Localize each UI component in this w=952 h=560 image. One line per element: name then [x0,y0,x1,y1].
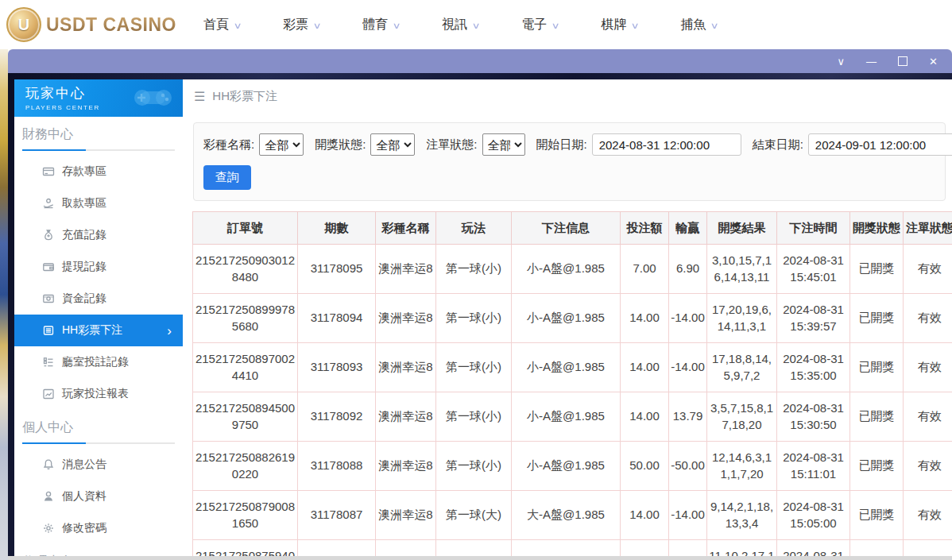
table-cell: 31178095 [298,245,376,294]
sidebar-item-player-bet-report[interactable]: 玩家投注報表 [14,378,183,410]
table-cell: 小-A盤@1.985 [512,245,621,294]
close-button[interactable]: ✕ [929,56,938,67]
nav-item-slots[interactable]: 電子∨ [521,17,559,33]
nav-item-fishing[interactable]: 捕魚∨ [680,17,718,33]
table-cell: 2152172508826190220 [193,442,298,491]
table-cell: 第一球(小) [436,245,512,294]
nav-item-label: 首頁 [203,17,229,33]
minimize-button[interactable]: — [866,56,877,67]
table-cell: 澳洲幸运8 [376,343,436,392]
page-title: HH彩票下注 [212,89,277,104]
filter-panel: 彩種名稱: 全部 開獎狀態: 全部 注單狀態: 全部 開始日期: 結束日期: [193,122,946,201]
end-date-input[interactable] [808,133,952,156]
table-cell: 2152172508999785680 [193,294,298,343]
end-date-label: 結束日期: [753,137,803,153]
page-header: ☰ HH彩票下注 [183,79,952,113]
sidebar-item-withdraw-record[interactable]: 提現記錄 [14,251,183,283]
chevron-down-icon[interactable]: ∨ [838,56,846,67]
table-cell: 13.79 [669,392,707,442]
table-cell: 2152172508945009750 [193,392,298,442]
table-cell: 31178094 [298,294,376,343]
draw-status-select[interactable]: 全部 [370,133,415,156]
search-button[interactable]: 查詢 [203,165,251,190]
sidebar-item-hh-lottery-bet[interactable]: HH彩票下注› [14,315,183,346]
sidebar-item-profile[interactable]: 個人資料 [14,481,183,512]
table-cell: 14.00 [621,491,669,540]
main-nav: 首頁∨彩票∨體育∨視訊∨電子∨棋牌∨捕魚∨ [203,17,718,33]
table-cell: 14.00 [621,343,669,392]
table-cell: 31178092 [298,392,376,442]
wallet-coin-icon [41,292,56,306]
sidebar-item-hall-bet-record[interactable]: 廳室投註記錄 [14,346,183,378]
table-cell: 小-A盤@1.985 [512,343,621,392]
nav-item-sports[interactable]: 體育∨ [362,17,400,33]
table-cell: 2152172509030128480 [193,245,298,294]
chevron-down-icon: ∨ [312,21,321,31]
column-header: 投注額 [621,212,669,245]
horizontal-scrollbar[interactable] [8,556,952,560]
sidebar-section-label: 個人中心 [22,419,183,436]
sidebar-item-recharge-record[interactable]: 充值記錄 [14,219,183,251]
gamepad-icon [130,83,176,115]
sidebar-item-label: 提現記錄 [62,260,106,274]
sidebar-item-deposit-zone[interactable]: 存款專區 [14,156,183,187]
menu-toggle-icon[interactable]: ☰ [194,89,205,104]
order-status-select[interactable]: 全部 [482,133,525,156]
table-cell: -14.00 [669,294,707,343]
table-cell: 14.00 [621,392,669,442]
lottery-name-label: 彩種名稱: [203,137,254,153]
sidebar-item-label: 玩家投注報表 [62,387,129,401]
sidebar-item-label: 廳室投註記錄 [62,355,129,369]
site-logo[interactable]: U USDT CASINO [6,7,188,42]
column-header: 下注信息 [512,212,621,245]
sidebar-section-finance: 財務中心存款專區取款專區充值記錄提現記錄資金記錄HH彩票下注›廳室投註記錄玩家投… [14,126,183,410]
sidebar-item-funds-record[interactable]: 資金記錄 [14,283,183,315]
lottery-name-select[interactable]: 全部 [259,133,304,156]
table-cell: 9,14,2,1,18,13,3,4 [707,491,777,540]
sidebar-item-label: 充值記錄 [62,228,106,242]
window-titlebar: ∨—✕ [8,49,952,73]
nav-item-home[interactable]: 首頁∨ [203,17,241,33]
sidebar-item-change-password[interactable]: 修改密碼 [14,512,183,544]
table-cell: 第一球(大) [436,491,512,540]
table-cell: -50.00 [669,442,707,491]
table-cell: 31178087 [298,491,376,540]
chevron-right-icon: › [167,324,172,338]
table-cell: 有效 [904,245,952,294]
table-cell: 已開獎 [850,491,904,540]
table-cell: 2024-08-31 15:30:50 [777,392,850,442]
table-cell: 第一球(小) [436,392,512,442]
sidebar-item-label: 修改密碼 [62,521,106,535]
table-cell: 31178088 [298,442,376,491]
table-cell: 已開獎 [850,442,904,491]
chevron-down-icon: ∨ [233,21,242,31]
sidebar-item-withdraw-zone[interactable]: 取款專區 [14,187,183,219]
table-cell: 有效 [904,343,952,392]
table-cell: 有效 [904,392,952,442]
sidebar-item-announcements[interactable]: 消息公告 [14,449,183,481]
table-row: 215217250903012848031178095澳洲幸运8第一球(小)小-… [193,245,952,294]
table-cell: 6.90 [669,245,707,294]
column-header: 玩法 [436,212,512,245]
chevron-down-icon: ∨ [631,21,640,31]
table-cell: 第一球(小) [436,294,512,343]
table-cell: 2024-08-31 15:45:01 [777,245,850,294]
table-cell: 2024-08-31 15:35:00 [777,343,850,392]
chevron-down-icon: ∨ [393,21,401,31]
sidebar-item-label: 資金記錄 [62,292,106,306]
clipboard-list-icon [41,355,56,369]
maximize-button[interactable] [898,56,907,66]
table-cell: 小-A盤@1.985 [512,442,621,491]
nav-item-label: 視訊 [442,17,467,33]
nav-item-video[interactable]: 視訊∨ [442,17,479,33]
chevron-down-icon: ∨ [472,21,481,31]
table-cell: 已開獎 [850,245,904,294]
table-cell: 7.00 [621,245,669,294]
nav-item-label: 彩票 [283,17,308,33]
column-header: 開獎狀態 [850,212,904,245]
nav-item-lottery[interactable]: 彩票∨ [283,17,320,33]
start-date-input[interactable] [592,133,741,156]
usdt-coin-icon: U [6,7,41,42]
window-body: 玩家中心 PLAYERS CENTER 財務中心存款專區取款專區充值記錄提現記錄… [8,73,952,560]
nav-item-cards[interactable]: 棋牌∨ [601,17,638,33]
